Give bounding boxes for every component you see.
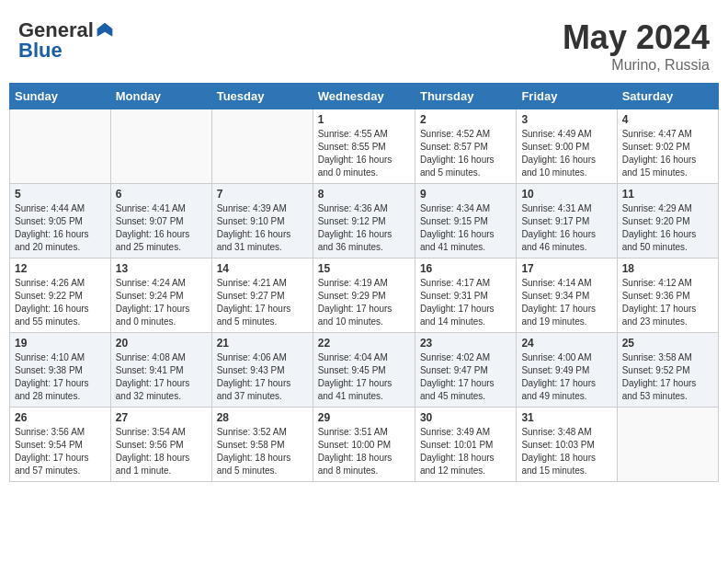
weekday-header-thursday: Thursday (415, 84, 516, 109)
day-number: 10 (521, 188, 611, 201)
day-info: Sunrise: 4:21 AM Sunset: 9:27 PM Dayligh… (217, 277, 308, 328)
calendar-day-cell: 3Sunrise: 4:49 AM Sunset: 9:00 PM Daylig… (517, 109, 617, 184)
day-number: 20 (116, 337, 207, 350)
calendar-day-cell: 11Sunrise: 4:29 AM Sunset: 9:20 PM Dayli… (617, 184, 718, 259)
day-info: Sunrise: 4:02 AM Sunset: 9:47 PM Dayligh… (420, 351, 511, 403)
day-info: Sunrise: 4:17 AM Sunset: 9:31 PM Dayligh… (420, 277, 511, 328)
svg-marker-0 (97, 23, 113, 37)
day-number: 26 (15, 411, 106, 424)
day-info: Sunrise: 4:14 AM Sunset: 9:34 PM Dayligh… (521, 277, 611, 328)
calendar-day-cell: 19Sunrise: 4:10 AM Sunset: 9:38 PM Dayli… (10, 333, 111, 408)
calendar-day-cell: 23Sunrise: 4:02 AM Sunset: 9:47 PM Dayli… (415, 333, 516, 408)
day-number: 5 (15, 188, 106, 201)
day-info: Sunrise: 4:26 AM Sunset: 9:22 PM Dayligh… (15, 277, 106, 328)
day-info: Sunrise: 4:55 AM Sunset: 8:55 PM Dayligh… (318, 128, 410, 179)
logo-icon (96, 21, 114, 40)
day-info: Sunrise: 4:36 AM Sunset: 9:12 PM Dayligh… (318, 202, 410, 254)
logo: General Blue (18, 18, 114, 63)
day-number: 17 (521, 262, 611, 275)
day-number: 27 (116, 411, 207, 424)
calendar-day-cell: 22Sunrise: 4:04 AM Sunset: 9:45 PM Dayli… (313, 333, 415, 408)
day-info: Sunrise: 4:49 AM Sunset: 9:00 PM Dayligh… (521, 128, 611, 179)
day-number: 19 (15, 337, 106, 350)
calendar-day-cell: 16Sunrise: 4:17 AM Sunset: 9:31 PM Dayli… (415, 259, 516, 333)
day-number: 24 (521, 337, 611, 350)
day-number: 6 (116, 188, 207, 201)
day-number: 4 (622, 113, 713, 126)
calendar-day-cell: 9Sunrise: 4:34 AM Sunset: 9:15 PM Daylig… (415, 184, 516, 259)
weekday-header-saturday: Saturday (617, 84, 718, 109)
day-number: 12 (15, 262, 106, 275)
calendar-day-cell: 21Sunrise: 4:06 AM Sunset: 9:43 PM Dayli… (211, 333, 313, 408)
day-info: Sunrise: 3:58 AM Sunset: 9:52 PM Dayligh… (622, 351, 713, 403)
calendar-day-cell (617, 408, 718, 482)
day-number: 2 (420, 113, 511, 126)
calendar-day-cell (10, 109, 111, 184)
calendar-day-cell: 10Sunrise: 4:31 AM Sunset: 9:17 PM Dayli… (517, 184, 617, 259)
day-info: Sunrise: 3:48 AM Sunset: 10:03 PM Daylig… (521, 426, 611, 477)
day-number: 7 (217, 188, 308, 201)
day-info: Sunrise: 4:10 AM Sunset: 9:38 PM Dayligh… (15, 351, 106, 403)
calendar-day-cell: 30Sunrise: 3:49 AM Sunset: 10:01 PM Dayl… (415, 408, 516, 482)
day-info: Sunrise: 4:31 AM Sunset: 9:17 PM Dayligh… (521, 202, 611, 254)
day-number: 25 (622, 337, 713, 350)
day-info: Sunrise: 3:54 AM Sunset: 9:56 PM Dayligh… (116, 426, 207, 477)
calendar-day-cell: 5Sunrise: 4:44 AM Sunset: 9:05 PM Daylig… (10, 184, 111, 259)
calendar-week-row: 26Sunrise: 3:56 AM Sunset: 9:54 PM Dayli… (10, 408, 719, 482)
day-number: 29 (318, 411, 410, 424)
day-info: Sunrise: 4:24 AM Sunset: 9:24 PM Dayligh… (116, 277, 207, 328)
day-number: 22 (318, 337, 410, 350)
calendar-day-cell: 1Sunrise: 4:55 AM Sunset: 8:55 PM Daylig… (313, 109, 415, 184)
day-number: 31 (521, 411, 611, 424)
day-number: 3 (521, 113, 611, 126)
calendar-week-row: 1Sunrise: 4:55 AM Sunset: 8:55 PM Daylig… (10, 109, 719, 184)
day-number: 14 (217, 262, 308, 275)
calendar-day-cell: 13Sunrise: 4:24 AM Sunset: 9:24 PM Dayli… (110, 259, 211, 333)
day-number: 11 (622, 188, 713, 201)
day-number: 23 (420, 337, 511, 350)
day-info: Sunrise: 4:19 AM Sunset: 9:29 PM Dayligh… (318, 277, 410, 328)
calendar-week-row: 5Sunrise: 4:44 AM Sunset: 9:05 PM Daylig… (10, 184, 719, 259)
weekday-header-tuesday: Tuesday (211, 84, 313, 109)
day-number: 1 (318, 113, 410, 126)
weekday-header-wednesday: Wednesday (313, 84, 415, 109)
day-number: 16 (420, 262, 511, 275)
day-number: 9 (420, 188, 511, 201)
calendar-day-cell: 18Sunrise: 4:12 AM Sunset: 9:36 PM Dayli… (617, 259, 718, 333)
day-number: 28 (217, 411, 308, 424)
calendar-day-cell: 8Sunrise: 4:36 AM Sunset: 9:12 PM Daylig… (313, 184, 415, 259)
day-number: 13 (116, 262, 207, 275)
location-subtitle: Murino, Russia (563, 57, 710, 74)
day-info: Sunrise: 3:49 AM Sunset: 10:01 PM Daylig… (420, 426, 511, 477)
calendar-day-cell: 14Sunrise: 4:21 AM Sunset: 9:27 PM Dayli… (211, 259, 313, 333)
weekday-header-monday: Monday (110, 84, 211, 109)
calendar-week-row: 19Sunrise: 4:10 AM Sunset: 9:38 PM Dayli… (10, 333, 719, 408)
weekday-header-friday: Friday (517, 84, 617, 109)
day-info: Sunrise: 4:47 AM Sunset: 9:02 PM Dayligh… (622, 128, 713, 179)
day-info: Sunrise: 4:29 AM Sunset: 9:20 PM Dayligh… (622, 202, 713, 254)
calendar-day-cell (110, 109, 211, 184)
day-info: Sunrise: 4:52 AM Sunset: 8:57 PM Dayligh… (420, 128, 511, 179)
day-number: 15 (318, 262, 410, 275)
calendar-day-cell: 2Sunrise: 4:52 AM Sunset: 8:57 PM Daylig… (415, 109, 516, 184)
calendar-week-row: 12Sunrise: 4:26 AM Sunset: 9:22 PM Dayli… (10, 259, 719, 333)
day-info: Sunrise: 3:51 AM Sunset: 10:00 PM Daylig… (318, 426, 410, 477)
day-info: Sunrise: 4:04 AM Sunset: 9:45 PM Dayligh… (318, 351, 410, 403)
day-number: 18 (622, 262, 713, 275)
weekday-header-sunday: Sunday (10, 84, 111, 109)
calendar-header-row: SundayMondayTuesdayWednesdayThursdayFrid… (10, 84, 719, 109)
page-header: General Blue May 2024 Murino, Russia (9, 9, 719, 78)
day-number: 21 (217, 337, 308, 350)
calendar-day-cell: 25Sunrise: 3:58 AM Sunset: 9:52 PM Dayli… (617, 333, 718, 408)
calendar-day-cell: 20Sunrise: 4:08 AM Sunset: 9:41 PM Dayli… (110, 333, 211, 408)
calendar-day-cell: 17Sunrise: 4:14 AM Sunset: 9:34 PM Dayli… (517, 259, 617, 333)
day-info: Sunrise: 4:34 AM Sunset: 9:15 PM Dayligh… (420, 202, 511, 254)
day-info: Sunrise: 4:06 AM Sunset: 9:43 PM Dayligh… (217, 351, 308, 403)
day-number: 8 (318, 188, 410, 201)
calendar-day-cell: 28Sunrise: 3:52 AM Sunset: 9:58 PM Dayli… (211, 408, 313, 482)
calendar-day-cell (211, 109, 313, 184)
day-info: Sunrise: 4:39 AM Sunset: 9:10 PM Dayligh… (217, 202, 308, 254)
calendar-day-cell: 15Sunrise: 4:19 AM Sunset: 9:29 PM Dayli… (313, 259, 415, 333)
day-info: Sunrise: 3:52 AM Sunset: 9:58 PM Dayligh… (217, 426, 308, 477)
calendar-day-cell: 4Sunrise: 4:47 AM Sunset: 9:02 PM Daylig… (617, 109, 718, 184)
